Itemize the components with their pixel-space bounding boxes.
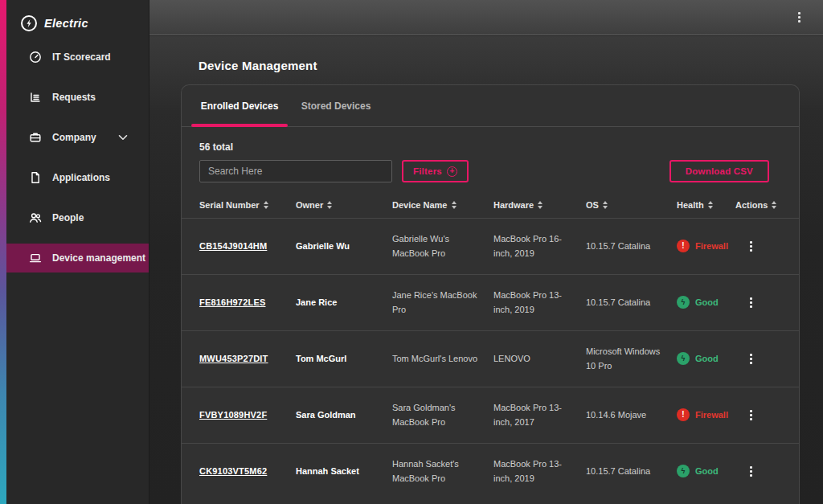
sidebar-item-applications[interactable]: Applications bbox=[6, 163, 149, 192]
actions-cell bbox=[735, 296, 789, 309]
table-row: FE816H972LESJane RiceJane Rice's MacBook… bbox=[182, 274, 799, 330]
table-toolbar: 56 total Filters Download CSV bbox=[182, 127, 799, 182]
column-header-owner[interactable]: Owner bbox=[296, 200, 392, 210]
total-count: 56 total bbox=[199, 141, 781, 153]
column-header-serial-number[interactable]: Serial Number bbox=[199, 200, 296, 210]
tab-stored-devices[interactable]: Stored Devices bbox=[288, 85, 384, 126]
page-title: Device Management bbox=[199, 59, 317, 72]
os-cell: 10.15.7 Catalina bbox=[586, 465, 677, 478]
column-header-os[interactable]: OS bbox=[586, 200, 677, 210]
main-content: Device Management Enrolled DevicesStored… bbox=[149, 36, 823, 504]
os-cell: 10.15.7 Catalina bbox=[586, 240, 677, 253]
device-management-card: Enrolled DevicesStored Devices 56 total … bbox=[181, 84, 800, 504]
table-row: FVBY1089HV2FSara GoldmanSara Goldman's M… bbox=[182, 387, 799, 443]
sort-icon bbox=[327, 201, 332, 209]
column-header-health[interactable]: Health bbox=[677, 200, 735, 210]
serial-number-link[interactable]: FE816H972LES bbox=[199, 297, 266, 307]
sidebar-item-requests[interactable]: Requests bbox=[6, 83, 149, 112]
hardware-cell: MacBook Pro 13-inch, 2019 bbox=[493, 289, 586, 316]
serial-number-link[interactable]: CB154J9014HM bbox=[199, 241, 267, 251]
device-name-cell: Hannah Sacket's MacBook Pro bbox=[392, 457, 493, 485]
row-kebab-menu-icon[interactable] bbox=[747, 408, 755, 422]
column-header-label: Hardware bbox=[493, 200, 534, 210]
health-status-label: Good bbox=[695, 296, 719, 309]
health-status-label: Firewall bbox=[695, 240, 728, 253]
sidebar-item-people[interactable]: People bbox=[6, 203, 149, 232]
hardware-cell: LENOVO bbox=[493, 352, 586, 366]
sidebar-item-label: Company bbox=[52, 132, 96, 143]
sidebar-item-company[interactable]: Company bbox=[6, 123, 149, 152]
sidebar-item-it-scorecard[interactable]: IT Scorecard bbox=[6, 43, 149, 72]
bolt-circle-icon: ϟ bbox=[677, 296, 690, 309]
column-header-label: Actions bbox=[735, 200, 768, 210]
health-cell: ϟGood bbox=[677, 465, 735, 478]
serial-number-cell: CB154J9014HM bbox=[199, 240, 296, 253]
owner-cell: Tom McGurl bbox=[296, 352, 392, 366]
actions-cell bbox=[735, 465, 789, 478]
gauge-icon bbox=[29, 51, 42, 64]
topbar bbox=[149, 0, 823, 35]
column-header-label: Owner bbox=[296, 200, 323, 210]
sidebar-nav: IT ScorecardRequestsCompanyApplicationsP… bbox=[0, 43, 149, 272]
column-header-label: Health bbox=[677, 200, 704, 210]
bolt-circle-icon: ϟ bbox=[677, 352, 690, 365]
chevron-down-icon[interactable] bbox=[118, 134, 128, 141]
sidebar-item-label: Applications bbox=[52, 172, 110, 183]
column-header-label: OS bbox=[586, 200, 599, 210]
column-header-hardware[interactable]: Hardware bbox=[493, 200, 586, 210]
owner-cell: Hannah Sacket bbox=[296, 465, 392, 478]
download-csv-button[interactable]: Download CSV bbox=[669, 160, 769, 182]
serial-number-link[interactable]: CK9103VT5M62 bbox=[199, 466, 267, 476]
tab-enrolled-devices[interactable]: Enrolled Devices bbox=[191, 85, 288, 126]
row-kebab-menu-icon[interactable] bbox=[747, 296, 755, 309]
row-kebab-menu-icon[interactable] bbox=[747, 352, 755, 366]
document-icon bbox=[29, 171, 42, 184]
os-cell: 10.14.6 Mojave bbox=[586, 408, 677, 422]
device-name-cell: Jane Rice's MacBook Pro bbox=[392, 289, 493, 316]
people-icon bbox=[29, 211, 42, 224]
brand-name: Electric bbox=[44, 17, 88, 30]
health-status-label: Good bbox=[695, 465, 719, 478]
sidebar-item-label: Requests bbox=[52, 92, 96, 103]
row-kebab-menu-icon[interactable] bbox=[747, 465, 755, 478]
serial-number-link[interactable]: MWU453P27DIT bbox=[199, 354, 268, 363]
serial-number-link[interactable]: FVBY1089HV2F bbox=[199, 410, 267, 420]
filters-button[interactable]: Filters bbox=[402, 160, 469, 182]
row-kebab-menu-icon[interactable] bbox=[747, 240, 755, 253]
health-status-label: Firewall bbox=[695, 408, 728, 422]
sidebar-item-label: IT Scorecard bbox=[52, 51, 111, 63]
brand-gradient-strip bbox=[0, 0, 6, 504]
health-cell: !Firewall bbox=[677, 408, 735, 422]
column-header-label: Device Name bbox=[392, 200, 448, 210]
serial-number-cell: MWU453P27DIT bbox=[199, 352, 296, 366]
brand-logo[interactable]: Electric bbox=[0, 0, 149, 31]
alert-circle-icon: ! bbox=[677, 240, 690, 252]
health-status-label: Good bbox=[695, 352, 719, 366]
sort-icon bbox=[603, 201, 608, 209]
os-cell: Microsoft Windows 10 Pro bbox=[586, 345, 677, 372]
health-cell: ϟGood bbox=[677, 352, 735, 366]
sort-icon bbox=[264, 201, 268, 209]
sort-icon bbox=[708, 201, 713, 209]
sidebar-item-label: Device management bbox=[52, 252, 145, 264]
column-header-device-name[interactable]: Device Name bbox=[392, 200, 493, 210]
serial-number-cell: FE816H972LES bbox=[199, 296, 296, 309]
actions-cell bbox=[735, 352, 789, 366]
sort-icon bbox=[538, 201, 543, 209]
actions-cell bbox=[735, 408, 789, 422]
search-input[interactable] bbox=[199, 160, 392, 182]
tab-bar: Enrolled DevicesStored Devices bbox=[182, 85, 799, 127]
hardware-cell: MacBook Pro 13-inch, 2017 bbox=[493, 401, 586, 428]
owner-cell: Sara Goldman bbox=[296, 408, 392, 422]
filters-button-label: Filters bbox=[413, 166, 442, 176]
serial-number-cell: FVBY1089HV2F bbox=[199, 408, 296, 422]
topbar-kebab-menu-icon[interactable] bbox=[794, 11, 804, 23]
toolbar-controls: Filters Download CSV bbox=[199, 160, 781, 182]
device-name-cell: Gabrielle Wu's MacBook Pro bbox=[392, 232, 493, 260]
briefcase-icon bbox=[29, 131, 42, 144]
os-cell: 10.15.7 Catalina bbox=[586, 296, 677, 309]
table-body: CB154J9014HMGabrielle WuGabrielle Wu's M… bbox=[182, 218, 799, 499]
owner-cell: Gabrielle Wu bbox=[296, 240, 392, 253]
column-header-actions[interactable]: Actions bbox=[735, 200, 789, 210]
sidebar-item-device-management[interactable]: Device management bbox=[6, 244, 149, 272]
